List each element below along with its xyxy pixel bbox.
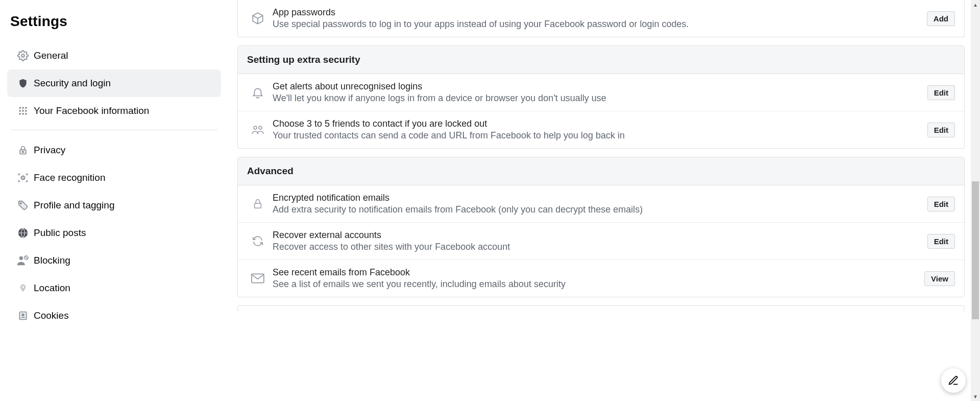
section-header: Advanced [238,157,964,185]
sidebar-item-general[interactable]: General [7,42,221,69]
section-extra-security: Setting up extra security Get alerts abo… [237,45,965,149]
mail-icon [247,273,268,284]
scroll-down-arrow-icon[interactable]: ▼ [971,392,980,401]
svg-point-22 [259,126,262,129]
settings-row-recent-emails[interactable]: See recent emails from Facebook See a li… [238,260,964,297]
svg-rect-2 [22,107,23,109]
svg-rect-7 [19,113,21,114]
settings-row-trusted-contacts[interactable]: Choose 3 to 5 friends to contact if you … [238,111,964,148]
tag-icon [12,200,34,211]
section-card [237,305,965,312]
scroll-up-arrow-icon[interactable]: ▲ [971,0,980,9]
row-desc: Add extra security to notification email… [273,204,921,215]
scrollbar-track[interactable]: ▲ ▼ [971,0,980,401]
settings-row-unrecognised-logins[interactable]: Get alerts about unrecognised logins We'… [238,74,964,111]
page-title: Settings [10,13,221,30]
row-title: See recent emails from Facebook [273,267,918,278]
add-button[interactable]: Add [927,11,955,26]
location-pin-icon [12,282,34,294]
sidebar-item-profile-tagging[interactable]: Profile and tagging [7,192,221,219]
view-button[interactable]: View [924,271,955,286]
sidebar-item-location[interactable]: Location [7,274,221,302]
settings-row-app-passwords[interactable]: App passwords Use special passwords to l… [238,0,964,37]
svg-line-17 [25,256,28,259]
svg-rect-5 [22,110,23,111]
svg-point-11 [22,151,24,153]
edit-button[interactable]: Edit [927,85,955,100]
svg-point-20 [22,314,24,316]
friends-icon [247,124,268,136]
svg-rect-6 [25,110,27,111]
sidebar-item-label: Profile and tagging [34,200,114,211]
sidebar-item-label: Location [34,282,70,294]
sidebar-item-label: Face recognition [34,172,105,183]
svg-rect-1 [19,107,21,109]
sidebar-item-label: Your Facebook information [34,105,149,116]
settings-sidebar: Settings General Security and login Your… [0,0,226,401]
refresh-icon [247,235,268,247]
sidebar-item-label: Privacy [34,145,65,156]
face-scan-icon [12,172,34,183]
sidebar-item-label: Public posts [34,227,86,239]
sidebar-item-label: Cookies [34,310,69,321]
row-desc: Your trusted contacts can send a code an… [273,130,921,141]
row-title: Choose 3 to 5 friends to contact if you … [273,119,921,129]
edit-button[interactable]: Edit [927,197,955,211]
sidebar-item-label: General [34,50,68,61]
compose-fab[interactable] [941,368,966,393]
sidebar-item-public-posts[interactable]: Public posts [7,219,221,247]
svg-rect-8 [22,113,23,114]
gear-icon [12,50,34,61]
svg-point-13 [20,203,21,204]
section-card: App passwords Use special passwords to l… [237,0,965,37]
row-desc: Recover access to other sites with your … [273,242,921,252]
lock-icon [247,197,268,210]
section-header: Setting up extra security [238,46,964,74]
badge-icon [12,310,34,321]
scrollbar-thumb[interactable] [972,181,979,319]
sidebar-item-blocking[interactable]: Blocking [7,247,221,274]
sidebar-item-privacy[interactable]: Privacy [7,136,221,164]
globe-icon [12,227,34,239]
bell-icon [247,86,268,99]
row-title: Encrypted notification emails [273,193,921,203]
sidebar-item-facebook-info[interactable]: Your Facebook information [7,97,221,125]
section-advanced: Advanced Encrypted notification emails A… [237,157,965,297]
row-title: App passwords [273,7,921,18]
lock-person-icon [12,145,34,156]
svg-rect-4 [19,110,21,111]
edit-button[interactable]: Edit [927,123,955,137]
compose-icon [948,375,959,386]
svg-point-12 [21,176,24,179]
svg-rect-23 [255,203,261,208]
svg-point-15 [19,256,23,260]
svg-rect-9 [25,113,27,114]
row-desc: We'll let you know if anyone logs in fro… [273,93,921,104]
svg-rect-3 [25,107,27,109]
shield-icon [12,78,34,89]
row-desc: Use special passwords to log in to your … [273,19,921,30]
settings-row-recover-external[interactable]: Recover external accounts Recover access… [238,222,964,260]
svg-point-21 [254,126,257,129]
sidebar-item-label: Security and login [34,78,111,89]
row-title: Get alerts about unrecognised logins [273,81,921,92]
divider [10,130,218,130]
block-user-icon [12,255,34,266]
sidebar-item-face-recognition[interactable]: Face recognition [7,164,221,192]
sidebar-item-label: Blocking [34,255,70,266]
svg-point-0 [21,54,24,57]
svg-rect-24 [252,274,264,282]
settings-row-encrypted-emails[interactable]: Encrypted notification emails Add extra … [238,185,964,222]
edit-button[interactable]: Edit [927,234,955,249]
settings-main: App passwords Use special passwords to l… [237,0,965,312]
grid-icon [12,106,34,116]
row-title: Recover external accounts [273,230,921,241]
svg-point-18 [22,286,24,288]
sidebar-item-security[interactable]: Security and login [7,69,221,97]
cube-icon [247,12,268,25]
row-desc: See a list of emails we sent you recentl… [273,279,918,290]
sidebar-item-cookies[interactable]: Cookies [7,302,221,329]
